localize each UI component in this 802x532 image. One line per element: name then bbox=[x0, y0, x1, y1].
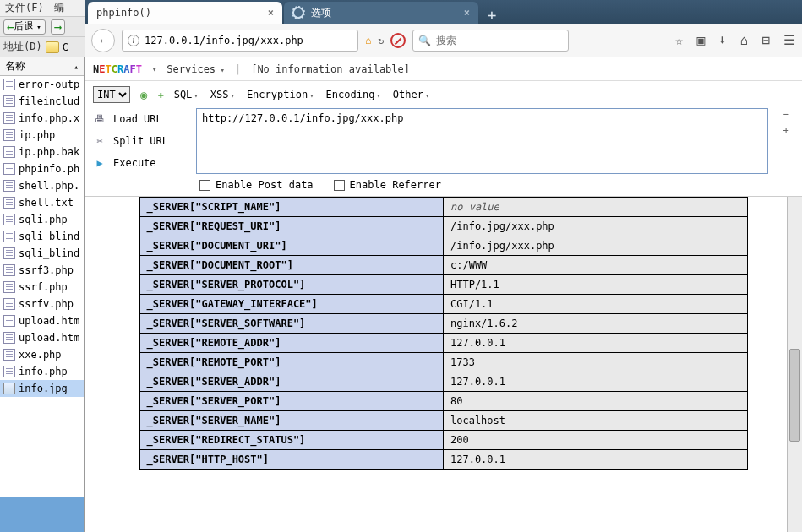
page-content[interactable]: _SERVER["SCRIPT_NAME"]no value_SERVER["R… bbox=[85, 197, 802, 532]
enable-referrer-checkbox[interactable]: Enable Referrer bbox=[334, 179, 441, 191]
load-url-action[interactable]: 🖶 Load URL bbox=[93, 108, 186, 130]
browser-navbar: ← i ⌂ ↻ 🔍 ☆ ▣ ⬇ ⌂ ⊟ ☰ bbox=[85, 24, 802, 57]
table-row: _SERVER["SERVER_SOFTWARE"]nginx/1.6.2 bbox=[139, 314, 747, 334]
file-item[interactable]: ssrf.php bbox=[0, 279, 84, 296]
netcraft-dropdown-icon[interactable]: ▾ bbox=[152, 65, 156, 73]
downloads-icon[interactable]: ⬇ bbox=[718, 32, 727, 48]
file-item[interactable]: shell.txt bbox=[0, 194, 84, 211]
text-file-icon bbox=[3, 146, 15, 158]
home-icon[interactable]: ⌂ bbox=[365, 35, 371, 46]
text-file-icon bbox=[3, 231, 15, 242]
new-tab-button[interactable]: + bbox=[480, 6, 504, 24]
search-input[interactable] bbox=[436, 35, 563, 46]
url-input[interactable] bbox=[145, 35, 352, 46]
menu-icon[interactable]: ☰ bbox=[783, 32, 795, 48]
phpinfo-key: _SERVER["SCRIPT_NAME"] bbox=[139, 198, 444, 217]
phpinfo-table: _SERVER["SCRIPT_NAME"]no value_SERVER["R… bbox=[139, 197, 748, 470]
tab-close-icon[interactable]: × bbox=[268, 7, 274, 19]
file-item[interactable]: info.jpg bbox=[0, 380, 84, 397]
file-name-label: info.php.x bbox=[19, 112, 79, 124]
phpinfo-key: _SERVER["HTTP_HOST"] bbox=[139, 450, 444, 470]
home-toolbar-icon[interactable]: ⌂ bbox=[740, 32, 749, 48]
file-item[interactable]: upload.htm bbox=[0, 312, 84, 329]
file-item[interactable]: phpinfo.ph bbox=[0, 160, 84, 177]
file-item[interactable]: ip.php bbox=[0, 127, 84, 144]
vertical-scrollbar[interactable] bbox=[787, 197, 802, 532]
text-file-icon bbox=[3, 247, 15, 259]
table-row: _SERVER["GATEWAY_INTERFACE"]CGI/1.1 bbox=[139, 295, 747, 314]
split-icon: ✂ bbox=[93, 135, 106, 147]
file-item[interactable]: ssrfv.php bbox=[0, 296, 84, 312]
hackbar-url-textarea[interactable]: http://127.0.0.1/info.jpg/xxx.php bbox=[196, 108, 768, 174]
file-item[interactable]: sqli_blind bbox=[0, 228, 84, 245]
table-row: _SERVER["REDIRECT_STATUS"]200 bbox=[139, 431, 747, 450]
add-icon[interactable]: ✚ bbox=[157, 89, 163, 100]
browser: phpinfo() × 选项 × + ← i ⌂ ↻ 🔍 ☆ ▣ ⬇ ⌂ ⊟ ☰ bbox=[85, 0, 802, 532]
hackbar-menu-encoding[interactable]: Encoding bbox=[326, 89, 381, 100]
plus-icon[interactable]: + bbox=[783, 125, 788, 137]
file-name-label: ssrfv.php bbox=[19, 298, 74, 310]
phpinfo-value: no value bbox=[444, 198, 748, 217]
file-item[interactable]: xxe.php bbox=[0, 346, 84, 363]
enable-post-checkbox[interactable]: Enable Post data bbox=[199, 179, 314, 191]
minus-icon[interactable]: − bbox=[783, 108, 788, 120]
enable-post-label: Enable Post data bbox=[216, 179, 314, 191]
file-item[interactable]: ssrf3.php bbox=[0, 262, 84, 279]
hackbar-db-select[interactable]: INT bbox=[93, 86, 130, 103]
hackbar-top-row: INT ◉ ✚ SQLXSSEncryptionEncodingOther bbox=[93, 84, 794, 105]
noscript-icon[interactable] bbox=[390, 33, 406, 48]
back-button[interactable]: ⟵ 后退 ▾ bbox=[3, 19, 46, 35]
hackbar-footer: Enable Post data Enable Referrer bbox=[93, 174, 794, 196]
file-name-label: ssrf3.php bbox=[19, 264, 74, 276]
divider: | bbox=[235, 63, 241, 75]
nav-back-button[interactable]: ← bbox=[91, 29, 115, 52]
back-arrow-icon: ⟵ bbox=[8, 21, 14, 33]
file-item[interactable]: info.php bbox=[0, 363, 84, 380]
tab-phpinfo[interactable]: phpinfo() × bbox=[88, 2, 282, 24]
table-row: _SERVER["REMOTE_PORT"]1733 bbox=[139, 353, 747, 372]
file-list: error-outpfileincludinfo.php.xip.phpip.p… bbox=[0, 76, 84, 397]
tab-close-icon[interactable]: × bbox=[464, 7, 470, 19]
text-file-icon bbox=[3, 180, 15, 192]
search-box[interactable]: 🔍 bbox=[412, 30, 569, 52]
file-item[interactable]: sqli_blind bbox=[0, 245, 84, 262]
back-dropdown-icon: ▾ bbox=[36, 23, 41, 31]
sidebar-toggle-icon[interactable]: ⊟ bbox=[761, 32, 770, 48]
menu-edit[interactable]: 编 bbox=[54, 1, 64, 15]
tab-options-label: 选项 bbox=[311, 6, 331, 20]
split-url-action[interactable]: ✂ Split URL bbox=[93, 130, 186, 152]
back-label: 后退 bbox=[14, 19, 34, 34]
phpinfo-key: _SERVER["DOCUMENT_ROOT"] bbox=[139, 256, 444, 275]
file-item[interactable]: fileinclud bbox=[0, 93, 84, 110]
execute-action[interactable]: ▶ Execute bbox=[93, 152, 186, 174]
file-name-label: upload.htm bbox=[19, 332, 79, 344]
reload-icon[interactable]: ↻ bbox=[378, 35, 384, 46]
enable-referrer-label: Enable Referrer bbox=[350, 179, 441, 191]
file-item[interactable]: ip.php.bak bbox=[0, 144, 84, 160]
file-item[interactable]: error-outp bbox=[0, 76, 84, 93]
file-item[interactable]: info.php.x bbox=[0, 110, 84, 127]
phpinfo-key: _SERVER["SERVER_ADDR"] bbox=[139, 372, 444, 392]
hackbar-menu-encryption[interactable]: Encryption bbox=[247, 89, 314, 100]
scrollbar-thumb[interactable] bbox=[789, 349, 800, 442]
record-icon[interactable]: ◉ bbox=[140, 88, 147, 101]
url-box[interactable]: i bbox=[122, 30, 358, 52]
netcraft-services-menu[interactable]: Services bbox=[166, 63, 225, 75]
hackbar-menu-xss[interactable]: XSS bbox=[210, 89, 235, 100]
file-item[interactable]: shell.php. bbox=[0, 177, 84, 194]
site-info-icon[interactable]: i bbox=[128, 35, 139, 46]
hackbar-menu-sql[interactable]: SQL bbox=[174, 89, 199, 100]
split-url-label: Split URL bbox=[113, 135, 168, 147]
bookmark-star-icon[interactable]: ☆ bbox=[675, 32, 684, 48]
pocket-icon[interactable]: ▣ bbox=[696, 32, 705, 48]
file-item[interactable]: upload.htm bbox=[0, 329, 84, 346]
sort-arrow-icon: ▴ bbox=[74, 62, 79, 71]
menu-file[interactable]: 文件(F) bbox=[5, 1, 44, 15]
tab-options[interactable]: 选项 × bbox=[284, 2, 478, 24]
sidebar-name-header[interactable]: 名称 ▴ bbox=[0, 57, 84, 76]
forward-button[interactable]: ⟶ bbox=[51, 19, 65, 35]
file-item[interactable]: sqli.php bbox=[0, 211, 84, 228]
file-name-label: sqli_blind bbox=[19, 231, 79, 242]
text-file-icon bbox=[3, 112, 15, 124]
hackbar-menu-other[interactable]: Other bbox=[393, 89, 430, 100]
